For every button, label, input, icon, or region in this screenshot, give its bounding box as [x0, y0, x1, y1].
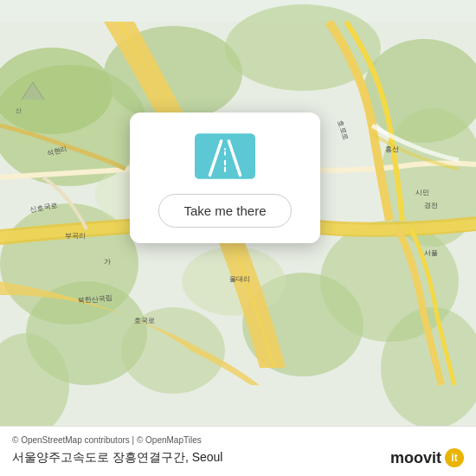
location-row: 서울양주고속도로 장흥연결구간, Seoul moovit it: [12, 448, 464, 467]
svg-text:호국로: 호국로: [134, 317, 155, 325]
moovit-icon: it: [445, 448, 464, 467]
svg-text:서풀: 서풀: [424, 249, 438, 257]
svg-text:경전: 경전: [424, 202, 438, 209]
svg-text:산: 산: [16, 107, 22, 113]
svg-text:부곡리: 부곡리: [65, 232, 86, 240]
svg-text:홍선: 홍선: [385, 145, 399, 153]
take-me-there-button[interactable]: Take me there: [158, 194, 291, 228]
moovit-text: moovit: [390, 449, 441, 467]
card-overlay: Take me there: [130, 113, 320, 243]
location-name: 서울양주고속도로 장흥연결구간, Seoul: [12, 450, 222, 466]
svg-text:울대리: 울대리: [229, 275, 250, 283]
svg-text:가: 가: [104, 258, 111, 266]
bottom-bar: © OpenStreetMap contributors | © OpenMap…: [0, 426, 476, 476]
attribution-text: © OpenStreetMap contributors | © OpenMap…: [12, 435, 464, 445]
svg-text:시민: 시민: [415, 189, 429, 196]
highway-road-icon: [190, 130, 260, 182]
map-container: 석현리 부곡리 신호국로 호로로 홍선 시민 경전 서풀 북한산국립 울대리 호…: [0, 0, 476, 476]
moovit-logo: moovit it: [390, 448, 464, 467]
